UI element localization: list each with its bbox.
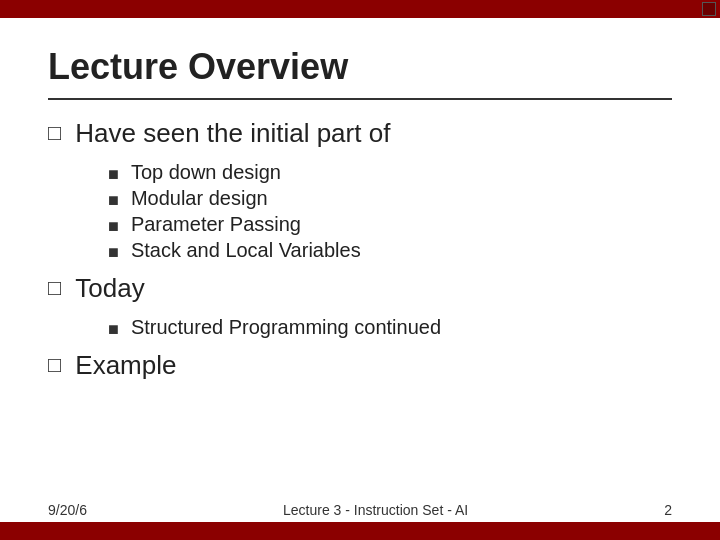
sub-list-1: ■ Top down design ■ Modular design ■ Par… bbox=[108, 161, 672, 263]
sub-bullet-icon: ■ bbox=[108, 242, 119, 263]
bullet-text-1: Have seen the initial part of bbox=[75, 118, 390, 149]
top-bar bbox=[0, 0, 720, 18]
bullet-icon-3: □ bbox=[48, 352, 61, 378]
sub-bullet-icon: ■ bbox=[108, 319, 119, 340]
bullet-1: □ Have seen the initial part of bbox=[48, 118, 672, 149]
bullet-3: □ Example bbox=[48, 350, 672, 381]
bullet-text-3: Example bbox=[75, 350, 176, 381]
sub-text-2-1: Structured Programming continued bbox=[131, 316, 441, 339]
bottom-bar bbox=[0, 522, 720, 540]
sub-bullet-icon: ■ bbox=[108, 164, 119, 185]
bullet-2: □ Today bbox=[48, 273, 672, 304]
sub-bullet-icon: ■ bbox=[108, 190, 119, 211]
sub-item-2-1: ■ Structured Programming continued bbox=[108, 316, 672, 340]
sub-text-1-1: Top down design bbox=[131, 161, 281, 184]
footer: 9/20/6 Lecture 3 - Instruction Set - AI … bbox=[0, 502, 720, 518]
footer-page: 2 bbox=[664, 502, 672, 518]
slide-title: Lecture Overview bbox=[48, 46, 672, 88]
slide-content: Lecture Overview □ Have seen the initial… bbox=[0, 18, 720, 522]
sub-text-1-2: Modular design bbox=[131, 187, 268, 210]
title-rule bbox=[48, 98, 672, 100]
footer-title: Lecture 3 - Instruction Set - AI bbox=[283, 502, 468, 518]
sub-item-1-3: ■ Parameter Passing bbox=[108, 213, 672, 237]
sub-item-1-1: ■ Top down design bbox=[108, 161, 672, 185]
bullet-icon-2: □ bbox=[48, 275, 61, 301]
sub-text-1-3: Parameter Passing bbox=[131, 213, 301, 236]
sub-list-2: ■ Structured Programming continued bbox=[108, 316, 672, 340]
sub-text-1-4: Stack and Local Variables bbox=[131, 239, 361, 262]
bullet-icon-1: □ bbox=[48, 120, 61, 146]
footer-date: 9/20/6 bbox=[48, 502, 87, 518]
sub-item-1-2: ■ Modular design bbox=[108, 187, 672, 211]
sub-bullet-icon: ■ bbox=[108, 216, 119, 237]
bullet-text-2: Today bbox=[75, 273, 144, 304]
sub-item-1-4: ■ Stack and Local Variables bbox=[108, 239, 672, 263]
top-bar-square bbox=[702, 2, 716, 16]
